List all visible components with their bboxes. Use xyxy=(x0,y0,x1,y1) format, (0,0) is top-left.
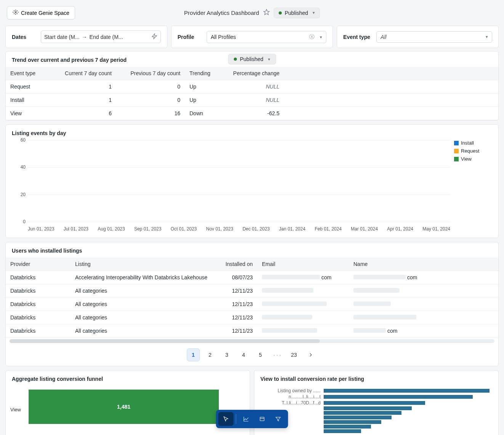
cell-event: View xyxy=(6,107,51,120)
y-tick-label: 0 xyxy=(12,219,26,224)
hbar-row[interactable] xyxy=(260,411,493,415)
listing-events-chart[interactable]: 0204060 Jun 01, 2023Jul 01, 2023Aug 01, … xyxy=(12,140,492,232)
col-listing[interactable]: Listing xyxy=(71,258,215,271)
col-previous[interactable]: Previous 7 day count xyxy=(116,67,185,80)
clear-icon[interactable]: ⓧ xyxy=(309,34,315,40)
hbar-row[interactable] xyxy=(260,425,493,429)
status-badge[interactable]: Published ▾ xyxy=(274,8,320,18)
table-row[interactable]: DatabricksAll categories12/11/23 xyxy=(6,311,498,324)
hbar-label: T..l.li....i...70D...f...d xyxy=(260,400,321,406)
chevron-down-icon: ▾ xyxy=(486,34,488,39)
table-row[interactable]: DatabricksAll categories12/11/23 xyxy=(6,284,498,298)
filter-dates-card: Dates Start date (M... → End date (M... xyxy=(5,26,167,48)
cell-listing: Accelerating Interoperability With Datab… xyxy=(71,271,215,284)
cell-event: Request xyxy=(6,80,51,93)
cell-date: 12/11/23 xyxy=(215,284,257,298)
legend-swatch-request xyxy=(454,149,459,153)
cell-name: com xyxy=(349,324,498,338)
filter-event-label: Event type xyxy=(343,34,370,40)
create-genie-space-button[interactable]: Create Genie Space xyxy=(7,6,75,19)
col-trending[interactable]: Trending xyxy=(185,67,223,80)
event-type-select[interactable]: All ▾ xyxy=(376,31,492,43)
x-tick-label: Oct 01, 2023 xyxy=(171,226,197,232)
page-4[interactable]: 4 xyxy=(237,348,250,361)
cell-listing: All categories xyxy=(71,324,215,338)
cell-provider: Databricks xyxy=(6,298,71,311)
table-row[interactable]: DatabricksAll categories12/11/23 com xyxy=(6,324,498,338)
cell-pct: NULL xyxy=(223,80,284,93)
users-table: Provider Listing Installed on Email Name… xyxy=(6,258,498,338)
page-title: Provider Analytics Dashboard xyxy=(184,10,259,16)
cell-listing: All categories xyxy=(71,311,215,324)
x-tick-label: Feb 01, 2024 xyxy=(315,226,342,232)
page-3[interactable]: 3 xyxy=(220,348,233,361)
table-row[interactable]: DatabricksAccelerating Interoperability … xyxy=(6,271,498,284)
conversion-rate-chart[interactable]: Listing owned by ......n.........l..li..… xyxy=(254,386,498,435)
svg-marker-1 xyxy=(263,10,269,15)
horizontal-scrollbar[interactable] xyxy=(10,339,494,343)
top-bar: Create Genie Space Provider Analytics Da… xyxy=(0,0,504,26)
toolbar-separator xyxy=(236,414,236,424)
chart-tool-button[interactable] xyxy=(239,412,254,426)
col-current[interactable]: Current 7 day count xyxy=(51,67,116,80)
table-row[interactable]: DatabricksAll categories12/11/23 xyxy=(6,298,498,311)
hbar-row[interactable] xyxy=(260,416,493,419)
x-tick-label: Jan 01, 2024 xyxy=(279,226,305,232)
cell-trend: Down xyxy=(185,107,223,120)
hbar-row[interactable] xyxy=(260,429,493,433)
cell-provider: Databricks xyxy=(6,311,71,324)
col-event-type[interactable]: Event type xyxy=(6,67,51,80)
table-row[interactable]: Install10UpNULL xyxy=(6,93,498,107)
cell-previous: 16 xyxy=(116,107,185,120)
y-tick-label: 40 xyxy=(12,164,26,170)
col-pct[interactable]: Percentage change xyxy=(223,67,284,80)
cell-name xyxy=(349,298,498,311)
x-tick-label: Mar 01, 2024 xyxy=(351,226,378,232)
x-tick-label: Dec 01, 2023 xyxy=(242,226,270,232)
hbar-row[interactable]: Listing owned by ...... xyxy=(260,388,493,393)
create-genie-space-label: Create Genie Space xyxy=(21,10,69,16)
cell-trend: Up xyxy=(185,80,223,93)
trend-status-badge[interactable]: Published ▾ xyxy=(228,54,276,64)
page-5[interactable]: 5 xyxy=(254,348,267,361)
chevron-down-icon: ▾ xyxy=(268,57,270,62)
hbar-row[interactable] xyxy=(260,420,493,424)
hbar-row[interactable]: T..l.li....i...70D...f...d xyxy=(260,400,493,406)
x-tick-label: Aug 01, 2023 xyxy=(98,226,125,232)
cell-email: com xyxy=(257,271,349,284)
cursor-tool-button[interactable] xyxy=(218,412,234,426)
x-tick-label: Nov 01, 2023 xyxy=(206,226,233,232)
table-row[interactable]: View616Down-62.5 xyxy=(6,107,498,120)
hbar-row[interactable] xyxy=(260,406,493,410)
funnel-row-label: View xyxy=(10,407,21,412)
table-row[interactable]: Request10UpNULL xyxy=(6,80,498,93)
page-1[interactable]: 1 xyxy=(187,348,200,361)
filter-tool-button[interactable] xyxy=(271,412,286,426)
arrow-right-icon: → xyxy=(82,34,87,40)
col-name[interactable]: Name xyxy=(349,258,498,271)
x-tick-label: May 01, 2024 xyxy=(422,226,450,232)
page-next[interactable] xyxy=(304,348,317,361)
svg-rect-3 xyxy=(260,417,264,420)
profile-select[interactable]: All Profiles ⓧ ▾ xyxy=(207,31,327,43)
chevron-down-icon: ▾ xyxy=(320,35,322,39)
funnel-view-bar[interactable]: 1,481 xyxy=(29,390,219,424)
table-tool-button[interactable] xyxy=(255,412,270,426)
page-2[interactable]: 2 xyxy=(204,348,217,361)
cell-pct: -62.5 xyxy=(223,107,284,120)
cell-date: 12/11/23 xyxy=(215,324,257,338)
date-range-input[interactable]: Start date (M... → End date (M... xyxy=(41,31,161,43)
col-provider[interactable]: Provider xyxy=(6,258,71,271)
hbar-row[interactable]: n.........l..li....i....t xyxy=(260,394,493,400)
trend-table: Event type Current 7 day count Previous … xyxy=(6,67,498,120)
cell-date: 12/11/23 xyxy=(215,311,257,324)
col-email[interactable]: Email xyxy=(257,258,349,271)
start-date-placeholder: Start date (M... xyxy=(44,34,80,40)
favorite-star-icon[interactable] xyxy=(263,9,270,17)
cell-listing: All categories xyxy=(71,298,215,311)
page-last[interactable]: 23 xyxy=(287,348,300,361)
col-installed[interactable]: Installed on xyxy=(215,258,257,271)
cell-provider: Databricks xyxy=(6,284,71,298)
cell-trend: Up xyxy=(185,93,223,107)
profile-select-value: All Profiles xyxy=(211,34,236,40)
